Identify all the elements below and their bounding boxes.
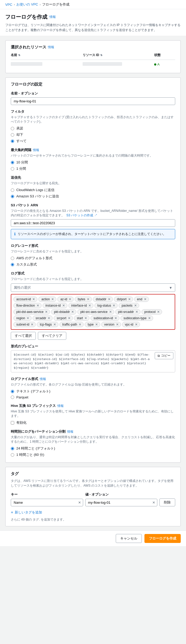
breadcrumb-my-vpc[interactable]: お使いの VPC	[16, 2, 38, 7]
hive-prefix-checkbox[interactable]: 有効化	[11, 420, 175, 425]
remove-tag-icon[interactable]: ✕	[113, 304, 115, 307]
tag-chip-sublocation-id: sublocation-id ✕	[91, 316, 119, 321]
partition-option-1h[interactable]: 1 時間ごと (60 分)	[11, 452, 175, 457]
remove-tag-icon[interactable]: ✕	[69, 297, 71, 301]
remove-tag-icon[interactable]: ✕	[135, 310, 138, 314]
dest-option-cloudwatch[interactable]: CloudWatch Logs に送信	[11, 188, 175, 192]
tag-chip-subnet-id: subnet-id ✕	[13, 322, 36, 327]
remove-tag-icon[interactable]: ✕	[116, 323, 119, 326]
s3-arn-input[interactable]	[11, 219, 175, 227]
partition-options: 24 時間ごと (デフォルト) 1 時間ごと (60 分)	[11, 446, 175, 457]
log-file-format-label: ログファイル形式	[11, 377, 38, 381]
preview-box: ${account-id} ${action} ${az-id} ${bytes…	[11, 350, 175, 372]
filter-option-all[interactable]: すべて	[11, 139, 175, 143]
remove-tag-icon[interactable]: ✕	[32, 297, 35, 301]
tag-chip-interface-id: interface-id ✕	[68, 303, 93, 308]
add-tag-button[interactable]: + 新しいタグを追加	[11, 509, 42, 516]
partition-option-24h[interactable]: 24 時間ごと (デフォルト)	[11, 446, 175, 451]
delete-tag-button[interactable]: 削除	[159, 498, 175, 506]
remove-tag-icon[interactable]: ✕	[88, 304, 91, 307]
interval-description: パケットのフローがキャプチャされてからフローレコードに集約されるまでの間隔の最大…	[11, 153, 175, 158]
remove-tag-icon[interactable]: ✕	[31, 323, 33, 326]
remove-tag-icon[interactable]: ✕	[84, 316, 87, 320]
remove-tag-icon[interactable]: ✕	[68, 316, 71, 320]
format-preview-section: 形式のプレビュー ${account-id} ${action} ${az-id…	[11, 344, 175, 372]
page-header: フローログを作成 情報 フローログでは、リソースに関連付けられたネットワークイン…	[0, 9, 186, 36]
submit-button[interactable]: フローログを作成	[144, 534, 181, 543]
row-resourceid-cell	[83, 62, 154, 67]
remove-tag-icon[interactable]: ✕	[62, 304, 65, 307]
remove-tag-icon[interactable]: ✕	[87, 297, 89, 301]
remove-tag-icon[interactable]: ✕	[144, 297, 147, 301]
remove-tag-icon[interactable]: ✕	[135, 323, 138, 326]
filter-option-reject[interactable]: 却下	[11, 132, 175, 137]
name-input[interactable]	[11, 97, 175, 105]
log-file-option-parquet[interactable]: Parquet	[11, 395, 175, 399]
tag-chip-region: region ✕	[13, 316, 32, 321]
interval-info-link[interactable]: 情報	[33, 148, 39, 152]
info-box-text: リソースベースのポリシーが作成され、ターゲットバケットにアタッチされることに注意…	[18, 232, 166, 236]
interval-option-10min[interactable]: 10 分間	[11, 160, 175, 165]
destination-section: 送信先 フローログデータを公開する宛先。 CloudWatch Logs に送信…	[11, 175, 175, 199]
row-name-cell	[11, 62, 83, 67]
remove-tag-icon[interactable]: ✕	[157, 310, 160, 314]
status-badge: A	[157, 62, 160, 66]
partition-info[interactable]: 情報	[67, 430, 73, 434]
remove-tag-icon[interactable]: ✕	[51, 297, 54, 301]
select-all-button[interactable]: すべて選択	[11, 332, 36, 340]
remove-tag-icon[interactable]: ✕	[37, 304, 39, 307]
copy-button[interactable]: ⧉ コピー	[155, 352, 173, 359]
clear-key-icon[interactable]: ✕	[78, 501, 81, 505]
interval-options: 10 分間 1 分間	[11, 160, 175, 171]
clear-all-button[interactable]: すべてクリア	[38, 332, 66, 340]
remove-tag-icon[interactable]: ✕	[148, 316, 151, 320]
s3-create-link[interactable]: S3 バケットの作成 ↗	[66, 213, 97, 217]
log-format-label: ログ形式	[11, 271, 175, 276]
key-input[interactable]	[11, 499, 83, 506]
remove-tag-icon[interactable]: ✕	[128, 297, 131, 301]
filter-options: 承諾 却下 すべて	[11, 126, 175, 143]
remove-tag-icon[interactable]: ✕	[79, 323, 81, 326]
s3-arn-label: S3 バケット ARN	[11, 203, 38, 208]
remove-tag-icon[interactable]: ✕	[71, 310, 74, 314]
log-file-format-info[interactable]: 情報	[40, 377, 46, 381]
remove-tag-icon[interactable]: ✕	[108, 297, 110, 301]
col-resourceid-header: リソース ID ⇅	[83, 53, 154, 57]
tag-chip-type: type ✕	[85, 322, 100, 327]
destination-description: フローログデータを公開する宛先。	[11, 181, 175, 186]
log-file-option-text[interactable]: テキスト (デフォルト)	[11, 389, 175, 394]
tag-chip-vpc-id: vpc-id ✕	[122, 322, 140, 327]
tag-chip-instance-id: instance-id ✕	[43, 303, 67, 308]
remove-tag-icon[interactable]: ✕	[134, 304, 137, 307]
copy-icon: ⧉	[158, 354, 160, 358]
attribute-dropdown[interactable]: 属性の選択 ▼	[11, 283, 175, 292]
remove-tag-icon[interactable]: ✕	[53, 323, 56, 326]
interval-option-1min[interactable]: 1 分間	[11, 166, 175, 171]
plus-icon: +	[11, 510, 13, 515]
cancel-button[interactable]: キャンセル	[116, 534, 142, 543]
selected-resources-info[interactable]: 情報	[48, 45, 54, 49]
remove-tag-icon[interactable]: ✕	[27, 316, 29, 320]
format-preview-label: 形式のプレビュー	[11, 344, 175, 349]
remove-tag-icon[interactable]: ✕	[109, 310, 112, 314]
remove-tag-icon[interactable]: ✕	[95, 323, 98, 326]
filter-section: フィルタ キャプチャするトラフィックのタイプ (受け入れられたトラフィックのみ、…	[11, 109, 175, 143]
log-record-option-custom[interactable]: カスタム形式	[11, 262, 175, 267]
tag-chip-traffic-path: traffic-path ✕	[59, 322, 84, 327]
tag-chip-bytes: bytes ✕	[75, 297, 92, 302]
value-input[interactable]	[85, 499, 158, 506]
page-info-link[interactable]: 情報	[49, 15, 56, 19]
breadcrumb-vpc[interactable]: VPC	[5, 3, 12, 7]
hive-prefix-info[interactable]: 情報	[57, 404, 64, 408]
tag-chip-version: version ✕	[101, 322, 121, 327]
tag-chip-start: start ✕	[74, 316, 89, 321]
dest-option-s3[interactable]: Amazon S3 バケットに送信	[11, 194, 175, 199]
page-title: フローログを作成	[5, 13, 47, 21]
clear-value-icon[interactable]: ✕	[152, 501, 155, 505]
remove-tag-icon[interactable]: ✕	[114, 316, 117, 320]
filter-option-accept[interactable]: 承諾	[11, 126, 175, 131]
tag-chip-log-status: log-status ✕	[94, 303, 118, 308]
remove-tag-icon[interactable]: ✕	[45, 310, 48, 314]
remove-tag-icon[interactable]: ✕	[48, 316, 50, 320]
log-record-option-default[interactable]: AWS のデフォルト形式	[11, 256, 175, 261]
